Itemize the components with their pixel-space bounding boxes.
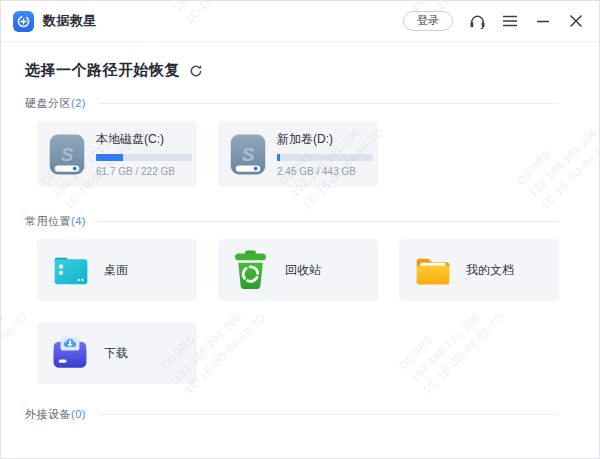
drive-usage-bar (96, 154, 192, 161)
downloads-icon (51, 333, 91, 373)
location-card-desktop[interactable]: 桌面 (37, 239, 197, 301)
section-label: 常用位置(4) (25, 214, 86, 229)
drive-usage-text: 2.45 GB / 443 GB (277, 166, 367, 177)
location-name: 回收站 (285, 262, 321, 279)
hard-drive-icon: S (47, 132, 87, 177)
menu-icon[interactable] (501, 12, 519, 30)
location-card-documents[interactable]: 我的文档 (399, 239, 559, 301)
drive-name: 新加卷(D:) (277, 131, 367, 148)
titlebar: 数据救星 登录 (1, 1, 599, 42)
login-button[interactable]: 登录 (403, 11, 453, 31)
section-count: (0) (71, 408, 86, 420)
section-label: 硬盘分区(2) (25, 96, 86, 111)
divider (98, 414, 559, 415)
section-external-header: 外接设备(0) (25, 407, 559, 422)
location-name: 我的文档 (466, 262, 514, 279)
divider (98, 221, 559, 222)
page-title: 选择一个路径开始恢复 (25, 61, 180, 80)
drive-usage-bar (277, 154, 373, 161)
section-count: (2) (71, 97, 86, 109)
drive-card-d[interactable]: S 新加卷(D:) 2.45 GB / 443 GB (218, 121, 378, 187)
desktop-folder-icon (51, 250, 91, 290)
headset-icon[interactable] (468, 12, 486, 30)
titlebar-controls: 登录 (403, 11, 585, 31)
svg-text:S: S (242, 143, 255, 164)
section-label: 外接设备(0) (25, 407, 86, 422)
location-name: 下载 (104, 345, 128, 362)
drive-usage-text: 61.7 GB / 222 GB (96, 166, 186, 177)
location-card-downloads[interactable]: 下载 (37, 322, 197, 384)
divider (98, 103, 559, 104)
drive-name: 本地磁盘(C:) (96, 131, 186, 148)
refresh-icon[interactable] (189, 64, 203, 78)
recycle-bin-icon (232, 250, 272, 290)
location-card-recycle-bin[interactable]: 回收站 (218, 239, 378, 301)
close-icon[interactable] (567, 12, 585, 30)
section-count: (4) (71, 215, 86, 227)
drive-card-c[interactable]: S 本地磁盘(C:) 61.7 GB / 222 GB (37, 121, 197, 187)
app-window: 数据救星 登录 (0, 0, 600, 459)
app-title: 数据救星 (43, 12, 97, 30)
minimize-icon[interactable] (534, 12, 552, 30)
section-locations-header: 常用位置(4) (25, 214, 559, 229)
documents-folder-icon (413, 250, 453, 290)
svg-text:S: S (61, 143, 74, 164)
main-content: 选择一个路径开始恢复 硬盘分区(2) (1, 61, 599, 422)
hard-drive-icon: S (228, 132, 268, 177)
section-partitions-header: 硬盘分区(2) (25, 96, 559, 111)
app-logo-icon (13, 11, 34, 32)
location-name: 桌面 (104, 262, 128, 279)
